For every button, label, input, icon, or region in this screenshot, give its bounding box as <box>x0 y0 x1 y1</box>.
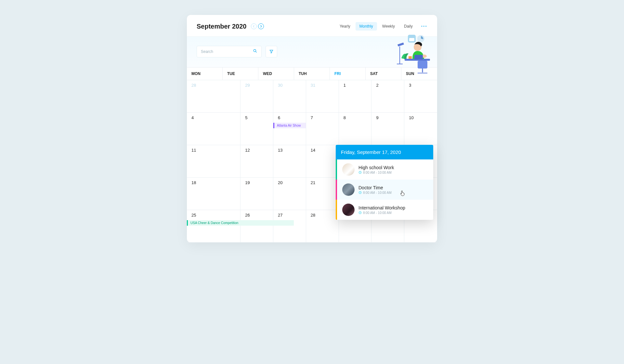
tab-weekly[interactable]: Weekly <box>378 22 399 31</box>
day-number: 14 <box>306 148 339 155</box>
day-number: 1 <box>339 83 371 90</box>
day-cell[interactable]: 13 <box>273 145 306 178</box>
svg-rect-11 <box>409 56 412 59</box>
event-thumbnail <box>342 183 355 196</box>
event-thumbnail <box>342 204 355 216</box>
day-number: 25 <box>187 213 240 220</box>
day-cell[interactable]: 29 <box>240 80 273 113</box>
day-number: 30 <box>273 83 306 90</box>
event-time: 8:00 AM - 10:00 AM <box>358 171 428 174</box>
day-number: 5 <box>240 115 273 122</box>
event-pill-cheer[interactable]: USA Cheer & Dance Competition <box>187 220 294 226</box>
day-cell[interactable]: 3 <box>404 80 437 113</box>
day-number: 26 <box>240 213 273 220</box>
popover-event-item[interactable]: High school Work 8:00 AM - 10:00 AM <box>336 159 433 180</box>
svg-point-0 <box>254 49 256 52</box>
day-number: 2 <box>371 83 404 90</box>
filter-icon <box>269 49 274 54</box>
day-of-week-row: MON TUE WED TUH FRI SAT SUN <box>187 68 437 80</box>
popover-event-item[interactable]: Doctor Time 8:00 AM - 10:00 AM <box>336 180 433 200</box>
svg-rect-9 <box>405 59 430 61</box>
search-input[interactable] <box>201 49 253 54</box>
day-cell[interactable]: 31 <box>306 80 339 113</box>
dow-thu: TUH <box>294 68 330 80</box>
tab-monthly[interactable]: Monthly <box>356 22 377 31</box>
day-cell[interactable]: 2 <box>371 80 404 113</box>
svg-rect-3 <box>409 38 414 41</box>
svg-point-8 <box>422 55 427 58</box>
day-cell[interactable]: 28 <box>306 210 339 243</box>
chevron-left-icon <box>253 25 255 28</box>
day-number: 8 <box>339 115 371 122</box>
event-name: International Workshop <box>358 205 428 210</box>
dow-sun: SUN <box>401 68 437 80</box>
day-number: 18 <box>187 180 240 187</box>
day-cell[interactable]: 28 <box>187 80 240 113</box>
day-number: 7 <box>306 115 339 122</box>
popover-event-item[interactable]: International Workshop 8:00 AM - 10:00 A… <box>336 200 433 220</box>
page-title: September 2020 <box>197 23 246 30</box>
day-cell[interactable]: 11 <box>187 145 240 178</box>
day-cell[interactable]: 12 <box>240 145 273 178</box>
popover-title: Friday, September 17, 2020 <box>336 145 433 159</box>
event-name: High school Work <box>358 165 428 170</box>
event-time: 8:00 AM - 10:00 AM <box>358 211 428 215</box>
popover-list: High school Work 8:00 AM - 10:00 AM Doct… <box>336 159 433 220</box>
day-cell[interactable]: 4 <box>187 113 240 145</box>
more-menu-button[interactable]: ··· <box>421 23 427 29</box>
search-box <box>197 46 262 57</box>
day-cell[interactable]: 20 <box>273 178 306 210</box>
header: September 2020 Yearly Monthly Weekly Dai… <box>187 15 437 37</box>
day-number: 6 <box>273 115 306 122</box>
day-cell[interactable]: 5 <box>240 113 273 145</box>
day-number: 28 <box>187 83 240 90</box>
day-cell[interactable]: 21 <box>306 178 339 210</box>
svg-point-7 <box>414 43 422 51</box>
svg-rect-10 <box>414 55 423 59</box>
dow-sat: SAT <box>366 68 401 80</box>
day-number: 10 <box>404 115 437 122</box>
day-events-popover: Friday, September 17, 2020 High school W… <box>336 145 433 220</box>
day-number: 9 <box>371 115 404 122</box>
day-number: 3 <box>404 83 437 90</box>
day-cell[interactable]: 6 Atlanta Air Show <box>273 113 306 145</box>
day-cell[interactable]: 25 USA Cheer & Dance Competition <box>187 210 240 243</box>
day-number: 12 <box>240 148 273 155</box>
day-number: 29 <box>240 83 273 90</box>
day-cell[interactable]: 30 <box>273 80 306 113</box>
day-number: 20 <box>273 180 306 187</box>
day-cell[interactable]: 10 <box>404 113 437 145</box>
day-cell[interactable]: 14 <box>306 145 339 178</box>
filter-button[interactable] <box>266 46 277 57</box>
day-number: 27 <box>273 213 306 220</box>
calendar-card: September 2020 Yearly Monthly Weekly Dai… <box>187 15 437 243</box>
event-thumbnail <box>342 163 355 176</box>
clock-icon <box>358 211 362 214</box>
month-nav <box>251 23 264 29</box>
tab-daily[interactable]: Daily <box>400 22 417 31</box>
day-number: 19 <box>240 180 273 187</box>
tab-yearly[interactable]: Yearly <box>336 22 354 31</box>
day-cell[interactable]: 9 <box>371 113 404 145</box>
dow-mon: MON <box>187 68 223 80</box>
day-number: 21 <box>306 180 339 187</box>
day-cell[interactable]: 1 <box>339 80 372 113</box>
day-number: 31 <box>306 83 339 90</box>
dow-tue: TUE <box>223 68 258 80</box>
day-cell[interactable]: 26 <box>240 210 273 243</box>
next-month-button[interactable] <box>258 23 264 29</box>
chevron-right-icon <box>260 25 262 28</box>
event-pill-atlanta[interactable]: Atlanta Air Show <box>273 123 306 128</box>
event-time: 8:00 AM - 10:00 AM <box>358 191 428 195</box>
svg-line-1 <box>256 52 257 53</box>
clock-icon <box>358 191 362 194</box>
day-cell[interactable]: 7 <box>306 113 339 145</box>
day-cell[interactable]: 18 <box>187 178 240 210</box>
dow-fri: FRI <box>330 68 366 80</box>
day-cell[interactable]: 19 <box>240 178 273 210</box>
day-number: 28 <box>306 213 339 220</box>
dow-wed: WED <box>258 68 294 80</box>
prev-month-button[interactable] <box>251 23 257 29</box>
day-cell[interactable]: 8 <box>339 113 372 145</box>
day-cell[interactable]: 27 <box>273 210 306 243</box>
